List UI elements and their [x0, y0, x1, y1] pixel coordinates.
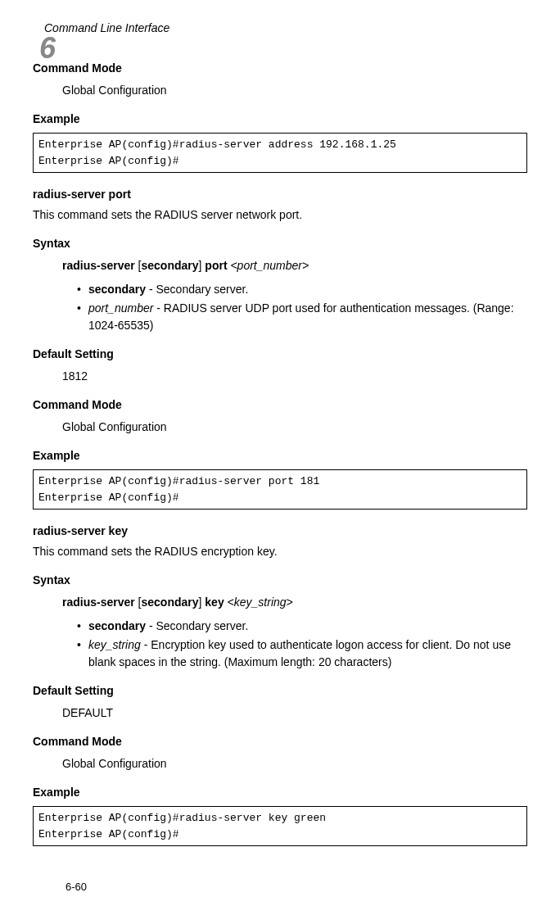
- bullet-key-1: secondary - Secondary server.: [77, 618, 527, 635]
- bullet-key-2-rest: - Encryption key used to authenticate lo…: [88, 638, 511, 668]
- bullet-key-1-bold: secondary: [88, 619, 146, 632]
- syntax-heading-1: Syntax: [33, 235, 527, 252]
- code-block-3: Enterprise AP(config)#radius-server key …: [33, 806, 527, 846]
- bullet-port-1: secondary - Secondary server.: [77, 281, 527, 298]
- command-mode-heading-1: Command Mode: [33, 60, 527, 77]
- bullet-list-key: secondary - Secondary server. key_string…: [77, 618, 527, 671]
- syntax-line-key: radius-server [secondary] key <key_strin…: [62, 594, 527, 611]
- syntax-arg-port: <port_number>: [230, 259, 309, 272]
- chapter-title: Command Line Interface: [44, 20, 527, 37]
- command-mode-heading-3: Command Mode: [33, 733, 527, 750]
- radius-port-desc: This command sets the RADIUS server netw…: [33, 206, 527, 224]
- syntax-cmd2-port: port: [205, 259, 227, 272]
- bullet-key-2: key_string - Encryption key used to auth…: [77, 636, 527, 671]
- default-setting-heading-1: Default Setting: [33, 346, 527, 363]
- page-number: 6-60: [65, 879, 87, 895]
- example-heading-1: Example: [33, 111, 527, 128]
- example-heading-2: Example: [33, 447, 527, 464]
- radius-key-title: radius-server key: [33, 523, 527, 540]
- bullet-key-2-italic: key_string: [88, 638, 141, 651]
- example-heading-3: Example: [33, 784, 527, 801]
- syntax-opt-key: secondary: [142, 596, 199, 609]
- bullet-port-2: port_number - RADIUS server UDP port use…: [77, 300, 527, 334]
- code-block-2: Enterprise AP(config)#radius-server port…: [33, 469, 527, 510]
- syntax-arg-key: <key_string>: [228, 596, 293, 609]
- bullet-port-2-italic: port_number: [88, 301, 153, 315]
- bullet-port-1-bold: secondary: [88, 283, 146, 296]
- radius-port-title: radius-server port: [33, 186, 527, 203]
- syntax-line-port: radius-server [secondary] port <port_num…: [62, 257, 527, 274]
- command-mode-heading-2: Command Mode: [33, 396, 527, 414]
- syntax-cmd1-key: radius-server: [62, 596, 135, 609]
- syntax-cmd1-port: radius-server: [62, 259, 135, 272]
- default-value-key: DEFAULT: [62, 704, 527, 722]
- bullet-list-port: secondary - Secondary server. port_numbe…: [77, 281, 527, 334]
- bullet-key-1-rest: - Secondary server.: [146, 619, 248, 632]
- global-config-2: Global Configuration: [62, 419, 527, 436]
- syntax-heading-2: Syntax: [33, 572, 527, 589]
- global-config-1: Global Configuration: [62, 82, 527, 99]
- bullet-port-1-rest: - Secondary server.: [146, 283, 248, 296]
- default-setting-heading-2: Default Setting: [33, 682, 527, 700]
- default-value-port: 1812: [62, 368, 527, 385]
- code-block-1: Enterprise AP(config)#radius-server addr…: [33, 133, 527, 173]
- syntax-cmd2-key: key: [205, 596, 224, 609]
- syntax-opt-port: secondary: [142, 259, 199, 272]
- radius-key-desc: This command sets the RADIUS encryption …: [33, 543, 527, 560]
- chapter-number: 6: [39, 26, 56, 70]
- global-config-3: Global Configuration: [62, 755, 527, 772]
